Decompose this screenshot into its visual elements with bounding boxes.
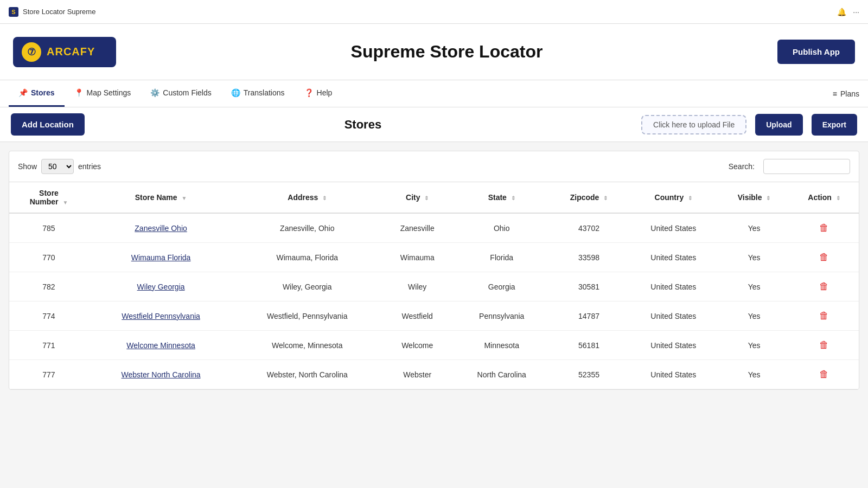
sort-icon-state: ⇕ [511, 195, 515, 201]
sort-icon-store-number: ▼ [62, 200, 68, 206]
cell-store-name[interactable]: Wiley Georgia [88, 272, 233, 301]
delete-icon[interactable]: 🗑 [819, 252, 829, 262]
export-button[interactable]: Export [812, 114, 857, 136]
tab-translations-label: Translations [244, 88, 285, 97]
col-zipcode[interactable]: Zipcode ⇕ [550, 182, 628, 214]
cell-country: United States [628, 360, 719, 389]
col-action[interactable]: Action ⇕ [789, 182, 859, 214]
stores-icon: 📌 [18, 88, 28, 97]
cell-country: United States [628, 301, 719, 331]
tab-stores[interactable]: 📌 Stores [9, 80, 65, 107]
cell-store-number: 785 [9, 213, 88, 243]
cell-action[interactable]: 🗑 [789, 243, 859, 272]
cell-visible: Yes [719, 301, 789, 331]
toolbar-title: Stores [93, 118, 633, 132]
cell-action[interactable]: 🗑 [789, 272, 859, 301]
cell-country: United States [628, 272, 719, 301]
cell-visible: Yes [719, 360, 789, 389]
bell-icon[interactable]: 🔔 [837, 8, 846, 16]
cell-address: Wimauma, Florida [233, 243, 381, 272]
cell-zipcode: 30581 [550, 272, 628, 301]
cell-action[interactable]: 🗑 [789, 331, 859, 360]
cell-visible: Yes [719, 272, 789, 301]
cell-city: Zanesville [381, 213, 454, 243]
sort-icon-country: ⇕ [688, 195, 692, 201]
entries-select[interactable]: 50 25 10 100 [41, 159, 74, 174]
delete-icon[interactable]: 🗑 [819, 310, 829, 321]
upload-file-area[interactable]: Click here to upload File [641, 115, 746, 134]
cell-state: Georgia [454, 272, 550, 301]
cell-country: United States [628, 331, 719, 360]
col-address[interactable]: Address ⇕ [233, 182, 381, 214]
cell-country: United States [628, 213, 719, 243]
store-name-link[interactable]: Webster North Carolina [122, 370, 201, 379]
store-name-link[interactable]: Westfield Pennsylvania [122, 312, 200, 320]
sort-icon-zipcode: ⇕ [603, 195, 608, 201]
col-store-number[interactable]: StoreNumber ▼ [9, 182, 88, 214]
sort-icon-address: ⇕ [322, 195, 327, 201]
cell-store-number: 770 [9, 243, 88, 272]
delete-icon[interactable]: 🗑 [819, 369, 829, 380]
plans-link[interactable]: ≡ Plans [833, 89, 859, 98]
table-row: 785 Zanesville Ohio Zanesville, Ohio Zan… [9, 213, 859, 243]
tab-map-settings-label: Map Settings [87, 88, 131, 97]
cell-city: Welcome [381, 331, 454, 360]
custom-fields-icon: ⚙️ [150, 88, 159, 97]
toolbar: Add Location Stores Click here to upload… [0, 107, 868, 142]
nav-tabs: 📌 Stores 📍 Map Settings ⚙️ Custom Fields… [0, 80, 868, 107]
col-country[interactable]: Country ⇕ [628, 182, 719, 214]
delete-icon[interactable]: 🗑 [819, 222, 829, 233]
map-settings-icon: 📍 [74, 88, 84, 97]
col-store-name[interactable]: Store Name ▼ [88, 182, 233, 214]
cell-store-number: 782 [9, 272, 88, 301]
table-row: 777 Webster North Carolina Webster, Nort… [9, 360, 859, 389]
cell-action[interactable]: 🗑 [789, 301, 859, 331]
cell-store-name[interactable]: Wimauma Florida [88, 243, 233, 272]
plans-icon: ≡ [833, 89, 837, 98]
delete-icon[interactable]: 🗑 [819, 339, 829, 350]
search-input[interactable] [763, 159, 850, 174]
cell-store-name[interactable]: Webster North Carolina [88, 360, 233, 389]
tab-help[interactable]: ❓ Help [295, 80, 342, 107]
cell-action[interactable]: 🗑 [789, 360, 859, 389]
cell-state: Florida [454, 243, 550, 272]
cell-zipcode: 52355 [550, 360, 628, 389]
entries-label: entries [78, 162, 101, 171]
col-visible[interactable]: Visible ⇕ [719, 182, 789, 214]
delete-icon[interactable]: 🗑 [819, 281, 829, 292]
logo-icon: ⑦ [22, 42, 41, 62]
col-state[interactable]: State ⇕ [454, 182, 550, 214]
tab-custom-fields[interactable]: ⚙️ Custom Fields [141, 80, 221, 107]
sort-icon-city: ⇕ [424, 195, 429, 201]
table-row: 771 Welcome Minnesota Welcome, Minnesota… [9, 331, 859, 360]
search-label: Search: [729, 162, 755, 171]
cell-action[interactable]: 🗑 [789, 213, 859, 243]
more-icon[interactable]: ··· [853, 8, 859, 16]
cell-zipcode: 43702 [550, 213, 628, 243]
upload-button[interactable]: Upload [755, 114, 802, 136]
cell-address: Webster, North Carolina [233, 360, 381, 389]
cell-zipcode: 33598 [550, 243, 628, 272]
app-favicon: S [9, 7, 18, 17]
store-name-link[interactable]: Wiley Georgia [137, 282, 185, 291]
cell-store-name[interactable]: Zanesville Ohio [88, 213, 233, 243]
cell-visible: Yes [719, 213, 789, 243]
cell-visible: Yes [719, 243, 789, 272]
tab-translations[interactable]: 🌐 Translations [221, 80, 295, 107]
cell-store-name[interactable]: Welcome Minnesota [88, 331, 233, 360]
cell-country: United States [628, 243, 719, 272]
store-name-link[interactable]: Wimauma Florida [131, 253, 191, 262]
store-name-link[interactable]: Zanesville Ohio [135, 224, 187, 233]
help-icon: ❓ [304, 88, 314, 97]
cell-address: Zanesville, Ohio [233, 213, 381, 243]
cell-zipcode: 56181 [550, 331, 628, 360]
cell-store-name[interactable]: Westfield Pennsylvania [88, 301, 233, 331]
col-city[interactable]: City ⇕ [381, 182, 454, 214]
tab-map-settings[interactable]: 📍 Map Settings [65, 80, 141, 107]
publish-app-button[interactable]: Publish App [777, 40, 855, 64]
add-location-button[interactable]: Add Location [11, 113, 85, 136]
cell-state: Ohio [454, 213, 550, 243]
cell-state: Pennsylvania [454, 301, 550, 331]
top-bar: S Store Locator Supreme 🔔 ··· [0, 0, 868, 24]
store-name-link[interactable]: Welcome Minnesota [126, 341, 195, 350]
